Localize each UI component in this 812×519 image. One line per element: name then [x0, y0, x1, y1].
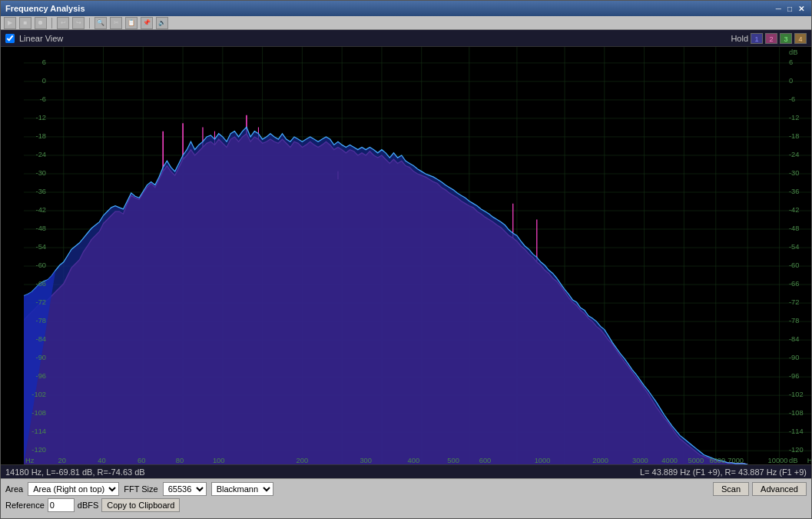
svg-text:-24: -24 [36, 151, 46, 158]
svg-text:-18: -18 [789, 132, 799, 140]
window-select[interactable]: Blackmann Hann Hamming Flat Top [211, 482, 273, 496]
scan-button[interactable]: Scan [713, 482, 749, 496]
svg-text:dB: dB [789, 457, 797, 464]
toolbar-icon-1[interactable]: ▶ [4, 17, 16, 29]
svg-text:-84: -84 [36, 335, 46, 343]
svg-text:200: 200 [297, 457, 309, 464]
close-icon[interactable]: ✕ [796, 5, 807, 13]
area-label: Area [5, 484, 23, 494]
svg-text:-96: -96 [789, 372, 799, 380]
svg-text:40: 40 [98, 457, 105, 464]
hold-controls: Hold 1 2 3 4 [731, 33, 807, 44]
svg-text:-78: -78 [36, 317, 46, 324]
toolbar-icon-7[interactable]: ✂ [110, 17, 122, 29]
fft-select[interactable]: 1024 2048 4096 8192 16384 32768 65536 [163, 482, 207, 496]
svg-text:-102: -102 [31, 391, 46, 398]
svg-text:-12: -12 [36, 114, 46, 121]
svg-text:-30: -30 [789, 169, 799, 177]
svg-text:5000: 5000 [688, 457, 704, 464]
toolbar-row: ▶ ■ ⏺ ↩ ↪ 🔍 ✂ 📋 📌 🔊 [1, 16, 811, 30]
svg-text:-102: -102 [789, 391, 804, 398]
svg-text:-78: -78 [789, 317, 799, 324]
toolbar-separator [51, 18, 52, 28]
svg-text:7000: 7000 [727, 457, 744, 464]
area-select[interactable]: Area (Right on top) Area (Left on top) L… [28, 482, 119, 496]
content-area: Linear View Hold 1 2 3 4 [1, 30, 811, 518]
svg-text:-114: -114 [31, 428, 46, 435]
svg-text:-36: -36 [789, 188, 799, 195]
toolbar-icon-3[interactable]: ⏺ [35, 17, 47, 29]
toolbar-icon-4[interactable]: ↩ [57, 17, 69, 29]
toolbar-icon-5[interactable]: ↪ [72, 17, 85, 29]
y-axis-left [1, 47, 24, 464]
svg-text:-48: -48 [36, 225, 46, 232]
svg-text:-18: -18 [36, 132, 46, 140]
hold-btn-4[interactable]: 4 [794, 33, 807, 44]
reference-input[interactable] [48, 498, 75, 512]
svg-text:-72: -72 [789, 298, 799, 306]
svg-text:6: 6 [42, 58, 46, 66]
svg-text:500: 500 [447, 457, 459, 464]
svg-text:dB: dB [789, 48, 797, 56]
svg-text:2000: 2000 [592, 457, 608, 464]
svg-text:0: 0 [42, 77, 46, 85]
app-window: Frequency Analysis ─ □ ✕ ▶ ■ ⏺ ↩ ↪ 🔍 ✂ 📋… [0, 0, 812, 519]
hold-btn-2[interactable]: 2 [765, 33, 777, 44]
svg-text:-108: -108 [31, 409, 46, 417]
svg-text:-66: -66 [789, 280, 799, 288]
status-right: L= 43.889 Hz (F1 +9), R= 43.887 Hz (F1 +… [640, 467, 807, 477]
title-bar: Frequency Analysis ─ □ ✕ [1, 1, 811, 16]
bottom-controls: Area Area (Right on top) Area (Left on t… [1, 478, 811, 518]
svg-text:-90: -90 [789, 354, 799, 361]
svg-text:-6: -6 [40, 95, 46, 103]
toolbar-icon-9[interactable]: 📌 [141, 17, 153, 29]
window-title: Frequency Analysis [5, 4, 85, 13]
bottom-row-1: Area Area (Right on top) Area (Left on t… [5, 482, 807, 496]
dbfs-label: dBFS [78, 501, 99, 510]
svg-text:6: 6 [789, 58, 793, 66]
toolbar-icon-6[interactable]: 🔍 [94, 17, 107, 29]
svg-text:-66: -66 [36, 280, 46, 288]
copy-clipboard-button[interactable]: Copy to Clipboard [101, 498, 180, 512]
fft-label: FFT Size [124, 484, 157, 494]
chart-area[interactable]: 6 0 -6 -12 -18 -24 -30 -36 -42 -48 -54 -… [24, 47, 811, 464]
svg-text:600: 600 [479, 457, 492, 464]
linear-view-label: Linear View [19, 34, 63, 43]
svg-text:0: 0 [789, 77, 793, 85]
svg-text:60: 60 [138, 457, 145, 464]
svg-text:-90: -90 [36, 354, 46, 361]
toolbar-icon-8[interactable]: 📋 [125, 17, 138, 29]
toolbar-separator-2 [89, 18, 90, 28]
svg-text:-42: -42 [789, 206, 799, 214]
toolbar-icon-2[interactable]: ■ [19, 17, 31, 29]
svg-text:Hz: Hz [25, 457, 35, 464]
svg-text:6000: 6000 [709, 457, 725, 464]
linear-view-checkbox[interactable] [5, 34, 15, 43]
svg-text:-84: -84 [789, 335, 799, 343]
svg-text:-114: -114 [789, 428, 804, 435]
chart-header: Linear View Hold 1 2 3 4 [1, 30, 811, 47]
svg-text:400: 400 [408, 457, 420, 464]
chart-container: 6 0 -6 -12 -18 -24 -30 -36 -42 -48 -54 -… [1, 47, 811, 464]
svg-text:-72: -72 [36, 298, 46, 306]
svg-text:-54: -54 [789, 243, 799, 251]
hold-label: Hold [731, 34, 748, 43]
hold-btn-3[interactable]: 3 [780, 33, 792, 44]
svg-text:-30: -30 [36, 169, 46, 177]
svg-text:3000: 3000 [632, 457, 648, 464]
toolbar-icon-10[interactable]: 🔊 [156, 17, 168, 29]
svg-text:-42: -42 [36, 206, 46, 214]
svg-text:-108: -108 [789, 409, 804, 417]
advanced-button[interactable]: Advanced [752, 482, 807, 496]
svg-text:1000: 1000 [535, 457, 551, 464]
hold-btn-1[interactable]: 1 [751, 33, 763, 44]
svg-text:-60: -60 [789, 261, 799, 269]
svg-text:-120: -120 [31, 446, 46, 454]
bottom-row-2: Reference dBFS Copy to Clipboard [5, 498, 807, 512]
svg-text:-48: -48 [789, 225, 799, 232]
maximize-icon[interactable]: □ [785, 5, 794, 13]
reference-label: Reference [5, 501, 45, 510]
svg-text:-60: -60 [36, 261, 46, 269]
svg-text:10000: 10000 [768, 457, 788, 464]
minimize-icon[interactable]: ─ [774, 5, 784, 13]
